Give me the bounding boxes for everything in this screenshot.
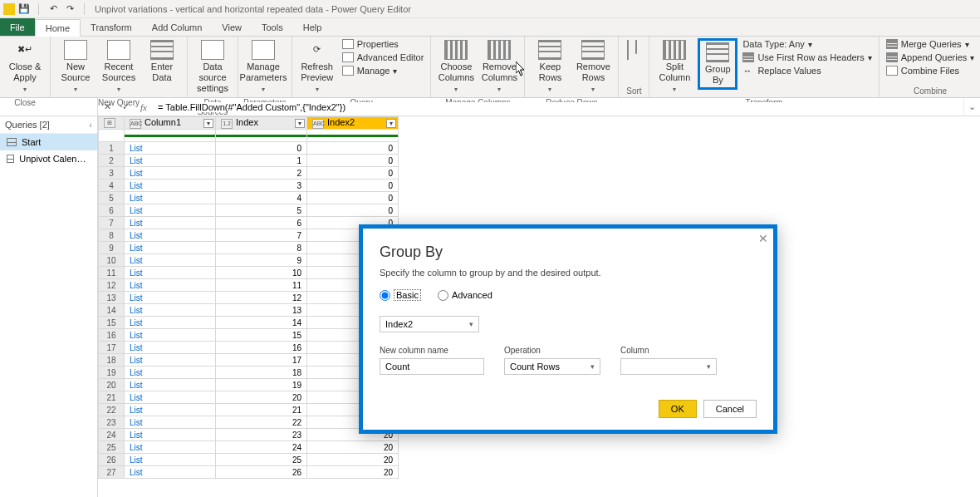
cell-index[interactable]: 18 [216,367,307,379]
row-number[interactable]: 6 [99,204,125,217]
choose-columns-button[interactable]: Choose Columns [436,38,476,96]
row-number[interactable]: 25 [99,441,125,454]
cell-index2[interactable]: 0 [307,167,399,180]
fx-icon[interactable]: fx [135,98,153,116]
remove-columns-button[interactable]: Remove Columns [479,38,519,96]
formula-expand-button[interactable]: ⌄ [963,98,980,116]
cell-column1[interactable]: List [125,404,216,416]
cell-index[interactable]: 15 [216,329,307,342]
cell-index2[interactable]: 0 [307,142,399,155]
query-item-unpivot[interactable]: Unpivot Calendar to T… [0,150,97,167]
table-row[interactable]: 25 List 24 20 [99,441,399,454]
cell-index[interactable]: 26 [216,466,307,479]
advanced-editor-button[interactable]: Advanced Editor [341,52,426,63]
cell-column1[interactable]: List [125,292,216,304]
table-row[interactable]: 4 List 3 0 [99,180,399,192]
cell-column1[interactable]: List [125,217,216,229]
row-number[interactable]: 26 [99,454,125,466]
row-number[interactable]: 12 [99,279,125,292]
cell-index2[interactable]: 0 [307,155,399,167]
table-row[interactable]: 7 List 6 0 [99,217,399,229]
cell-index[interactable]: 2 [216,167,307,180]
undo-icon[interactable]: ↶ [47,3,59,15]
cell-column1[interactable]: List [125,167,216,180]
cell-index[interactable]: 20 [216,391,307,404]
column-select[interactable]: ▾ [620,358,717,375]
row-number[interactable]: 8 [99,229,125,242]
tab-transform[interactable]: Transform [81,18,142,36]
recent-sources-button[interactable]: Recent Sources [99,38,139,96]
cell-index[interactable]: 1 [216,155,307,167]
table-row[interactable]: 27 List 26 20 [99,466,399,479]
row-number[interactable]: 19 [99,367,125,379]
save-icon[interactable]: 💾 [18,3,30,15]
query-item-start[interactable]: Start [0,134,97,150]
tab-help[interactable]: Help [293,18,332,36]
cell-column1[interactable]: List [125,354,216,367]
merge-queries-button[interactable]: Merge Queries ▾ [884,38,977,50]
tab-view[interactable]: View [212,18,252,36]
ok-button[interactable]: OK [659,400,697,418]
row-number[interactable]: 23 [99,416,125,429]
row-number[interactable]: 16 [99,329,125,342]
cell-column1[interactable]: List [125,229,216,242]
row-number[interactable]: 22 [99,404,125,416]
keep-rows-button[interactable]: Keep Rows [530,38,570,96]
row-number[interactable]: 15 [99,317,125,329]
tab-add-column[interactable]: Add Column [142,18,213,36]
split-column-button[interactable]: Split Column [654,38,694,96]
row-number[interactable]: 27 [99,466,125,479]
table-row[interactable]: 22 List 21 20 [99,404,399,416]
cell-column1[interactable]: List [125,192,216,204]
row-number[interactable]: 24 [99,429,125,441]
row-number[interactable]: 21 [99,391,125,404]
data-type-button[interactable]: Data Type: Any ▾ [741,38,873,50]
cell-index2[interactable]: 20 [307,454,399,466]
cell-column1[interactable]: List [125,242,216,254]
cell-column1[interactable]: List [125,180,216,192]
cell-index[interactable]: 10 [216,267,307,279]
cell-column1[interactable]: List [125,142,216,155]
table-row[interactable]: 6 List 5 0 [99,204,399,217]
row-number[interactable]: 20 [99,379,125,391]
cell-column1[interactable]: List [125,254,216,267]
cell-index[interactable]: 23 [216,429,307,441]
row-number[interactable]: 1 [99,142,125,155]
operation-select[interactable]: Count Rows▾ [504,358,600,375]
cell-column1[interactable]: List [125,454,216,466]
table-row[interactable]: 23 List 22 20 [99,416,399,429]
cell-index[interactable]: 17 [216,354,307,367]
table-row[interactable]: 9 List 8 0 [99,242,399,254]
cell-column1[interactable]: List [125,416,216,429]
data-source-settings-button[interactable]: Data source settings [193,38,233,96]
cell-index[interactable]: 24 [216,441,307,454]
sort-asc-button[interactable] [624,38,644,63]
cell-index[interactable]: 0 [216,142,307,155]
cell-index[interactable]: 25 [216,454,307,466]
table-row[interactable]: 5 List 4 0 [99,192,399,204]
cell-index[interactable]: 22 [216,416,307,429]
table-row[interactable]: 18 List 17 0 [99,354,399,367]
table-row[interactable]: 12 List 11 0 [99,279,399,292]
table-row[interactable]: 26 List 25 20 [99,454,399,466]
cell-column1[interactable]: List [125,304,216,317]
cell-column1[interactable]: List [125,267,216,279]
group-by-button[interactable]: Group By [698,38,737,90]
cell-column1[interactable]: List [125,342,216,354]
cell-column1[interactable]: List [125,204,216,217]
row-number[interactable]: 4 [99,180,125,192]
cell-index[interactable]: 3 [216,180,307,192]
filter-icon[interactable]: ▾ [203,119,213,128]
cell-column1[interactable]: List [125,391,216,404]
cell-index[interactable]: 21 [216,404,307,416]
formula-accept-button[interactable]: ✓ [116,98,135,116]
append-queries-button[interactable]: Append Queries ▾ [884,52,977,63]
row-number[interactable]: 18 [99,354,125,367]
table-row[interactable]: 1 List 0 0 [99,142,399,155]
table-row[interactable]: 15 List 14 0 [99,317,399,329]
cell-index[interactable]: 5 [216,204,307,217]
row-number[interactable]: 11 [99,267,125,279]
cell-index2[interactable]: 0 [307,204,399,217]
dialog-close-button[interactable]: ✕ [758,232,768,245]
table-row[interactable]: 8 List 7 0 [99,229,399,242]
